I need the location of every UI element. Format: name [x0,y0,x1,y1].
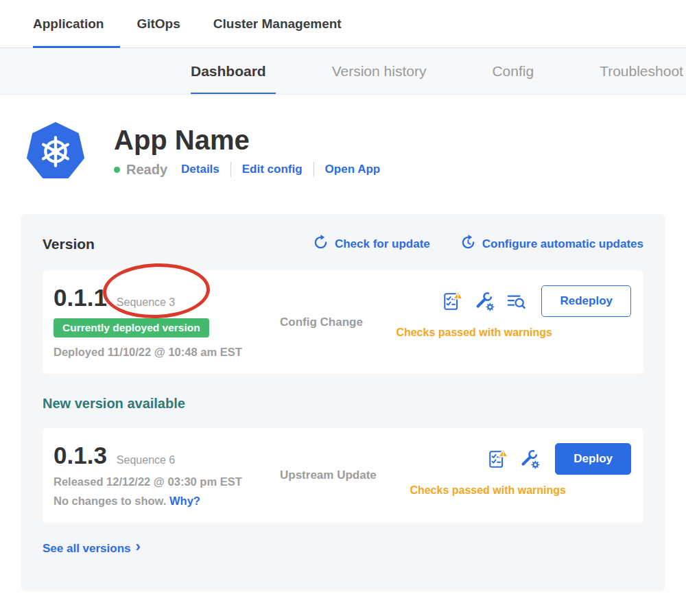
app-subnav: Dashboard Version history Config Trouble… [0,48,686,95]
current-version-check-icons [442,291,526,311]
available-version-row: 0.1.3 Sequence 6 [54,443,280,467]
edit-config-link[interactable]: Edit config [242,163,303,176]
available-version-info: 0.1.3 Sequence 6 Released 12/12/22 @ 03:… [54,443,280,508]
config-wrench-icon[interactable] [474,291,495,311]
current-version-source: Config Change [280,316,407,329]
available-version-actions: Deploy Checks passed with warnings [407,443,631,497]
checks-warning-text: Checks passed with warnings [396,327,552,339]
check-for-update-label: Check for update [335,237,430,251]
preflight-checks-warning-icon[interactable] [442,291,463,311]
config-wrench-icon[interactable] [519,449,540,469]
app-header: App Name Ready Details Edit config Open … [26,122,686,181]
deployed-timestamp: Deployed 11/10/22 @ 10:48 am EST [54,346,280,359]
app-header-text: App Name Ready Details Edit config Open … [114,126,380,178]
version-heading: Version [43,236,95,252]
deploy-button[interactable]: Deploy [555,443,631,475]
see-all-versions-link[interactable]: See all versions [43,542,141,556]
available-version-card: 0.1.3 Sequence 6 Released 12/12/22 @ 03:… [43,428,643,523]
app-status: Ready [114,162,167,178]
available-version-actions-row: Deploy [407,443,631,475]
why-link[interactable]: Why? [169,495,200,507]
see-all-versions-label: See all versions [43,542,131,556]
tab-gitops[interactable]: GitOps [137,0,180,47]
available-version-number: 0.1.3 [54,443,107,467]
no-changes-text: No changes to show. [54,495,166,507]
checks-warning-text: Checks passed with warnings [410,484,566,497]
divider [314,162,314,177]
configure-automatic-updates-label: Configure automatic updates [482,237,643,251]
details-link[interactable]: Details [181,163,220,176]
preflight-checks-warning-icon[interactable] [488,449,508,469]
current-version-sequence: Sequence 3 [117,296,175,309]
chevron-right-icon [136,542,141,556]
available-version-sequence: Sequence 6 [117,454,175,466]
status-label: Ready [126,162,167,178]
current-version-row: 0.1.1 Sequence 3 [54,285,280,309]
configure-automatic-updates-button[interactable]: Configure automatic updates [460,235,643,254]
version-actions: Check for update Configure automatic upd… [313,235,643,254]
app-meta: Ready Details Edit config Open App [114,162,380,178]
version-section: Version Check for update [21,214,665,591]
currently-deployed-badge: Currently deployed version [54,318,209,337]
tab-config[interactable]: Config [492,48,534,94]
new-version-heading: New version available [43,396,643,412]
current-version-actions-row: Redeploy [407,285,631,317]
available-version-source: Upstream Update [280,469,407,482]
no-changes-line: No changes to show. Why? [54,495,280,508]
view-files-icon[interactable] [506,291,526,311]
tab-dashboard[interactable]: Dashboard [191,48,266,94]
check-for-update-button[interactable]: Check for update [313,235,430,254]
divider [230,162,231,177]
tab-cluster-management[interactable]: Cluster Management [213,0,342,47]
current-version-info: 0.1.1 Sequence 3 Currently deployed vers… [54,285,280,359]
tab-troubleshoot[interactable]: Troubleshoot [600,48,683,94]
app-title: App Name [114,126,380,154]
released-timestamp: Released 12/12/22 @ 03:30 pm EST [54,475,280,488]
available-version-check-icons [488,449,540,469]
version-section-header: Version Check for update [43,235,643,254]
refresh-icon [313,235,329,254]
primary-nav: Application GitOps Cluster Management [0,0,686,48]
current-version-number: 0.1.1 [54,285,107,309]
open-app-link[interactable]: Open App [325,163,381,176]
status-dot-icon [114,167,120,173]
tab-application[interactable]: Application [33,0,104,47]
current-version-card: 0.1.1 Sequence 3 Currently deployed vers… [43,270,643,374]
tab-version-history[interactable]: Version history [332,48,427,94]
clock-refresh-icon [460,235,476,254]
kubernetes-logo-icon [26,122,85,181]
redeploy-button[interactable]: Redeploy [541,285,631,317]
current-version-actions: Redeploy Checks passed with warnings [407,285,631,339]
